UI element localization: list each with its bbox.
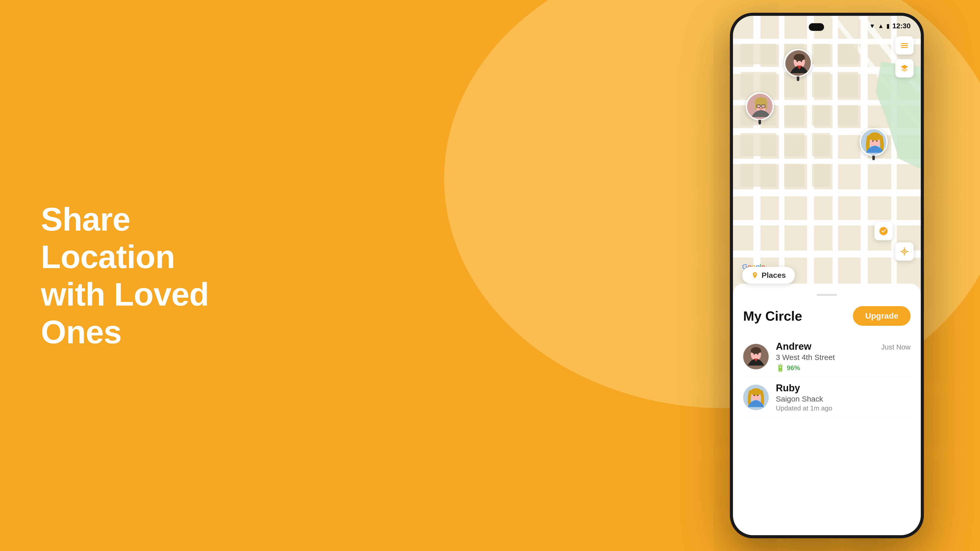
- layers-icon: [900, 64, 909, 73]
- svg-rect-31: [812, 133, 830, 156]
- andrew-location: 3 West 4th Street: [776, 353, 874, 362]
- places-button[interactable]: Places: [742, 267, 795, 284]
- member-row-ruby[interactable]: Ruby Saigon Shack Updated at 1m ago: [743, 378, 911, 418]
- avatar-pin-ruby[interactable]: [859, 128, 888, 160]
- upgrade-button[interactable]: Upgrade: [853, 306, 911, 326]
- avatar-pin-woman1[interactable]: [746, 92, 774, 124]
- svg-rect-13: [733, 220, 921, 225]
- svg-rect-36: [901, 43, 908, 44]
- ruby-location: Saigon Shack: [776, 395, 911, 403]
- svg-rect-35: [812, 164, 830, 187]
- svg-rect-32: [838, 105, 858, 125]
- svg-rect-38: [901, 47, 908, 48]
- svg-rect-29: [784, 133, 804, 156]
- clock: 12:30: [892, 22, 911, 30]
- andrew-name: Andrew: [776, 341, 874, 352]
- phone-frame: ▼ ▲ ▮ 12:30: [730, 13, 924, 538]
- checkmark-icon: [879, 227, 888, 236]
- map-controls: [895, 36, 914, 78]
- svg-point-73: [757, 354, 759, 355]
- hamburger-menu-button[interactable]: [895, 36, 914, 55]
- drag-handle[interactable]: [817, 294, 837, 296]
- svg-rect-27: [741, 133, 776, 156]
- svg-rect-33: [741, 164, 776, 187]
- member-row-andrew[interactable]: Andrew 3 West 4th Street 🔋 96% Just Now: [743, 336, 911, 378]
- circle-title: My Circle: [743, 308, 802, 324]
- hero-section: Share Location with Loved Ones: [41, 200, 270, 351]
- svg-rect-14: [733, 251, 921, 258]
- places-label: Places: [762, 271, 786, 279]
- andrew-list-avatar: [743, 344, 769, 369]
- verify-button[interactable]: [874, 222, 893, 240]
- svg-rect-28: [784, 105, 804, 125]
- andrew-battery: 🔋 96%: [776, 364, 874, 372]
- svg-point-61: [877, 141, 878, 142]
- andrew-time: Just Now: [881, 341, 911, 351]
- svg-rect-24: [812, 72, 830, 97]
- menu-icon: [900, 41, 909, 50]
- bottom-panel: My Circle Upgrade: [733, 284, 921, 535]
- svg-point-72: [754, 354, 755, 355]
- avatar-pin-andrew[interactable]: [784, 49, 812, 81]
- svg-point-79: [757, 395, 759, 396]
- hero-title: Share Location with Loved Ones: [41, 200, 270, 351]
- svg-rect-11: [733, 159, 921, 164]
- pin-tail-ruby: [872, 156, 875, 160]
- svg-point-45: [797, 60, 798, 62]
- camera-notch: [809, 23, 824, 31]
- battery-icon: ▮: [886, 22, 890, 30]
- svg-rect-77: [750, 391, 762, 394]
- places-pin-icon: [751, 272, 759, 279]
- signal-icon: ▲: [878, 22, 884, 30]
- locate-button[interactable]: [895, 242, 914, 261]
- ruby-list-avatar: [743, 385, 769, 410]
- svg-rect-7: [733, 39, 921, 44]
- svg-rect-59: [869, 137, 881, 140]
- map-area: ▼ ▲ ▮ 12:30: [733, 16, 921, 297]
- svg-point-46: [800, 60, 802, 62]
- pin-tail-woman1: [759, 120, 761, 124]
- ruby-info: Ruby Saigon Shack Updated at 1m ago: [776, 383, 911, 412]
- svg-rect-30: [812, 105, 830, 125]
- svg-rect-37: [901, 45, 908, 46]
- woman1-avatar: [746, 92, 774, 121]
- status-bar-right: ▼ ▲ ▮ 12:30: [869, 22, 911, 30]
- svg-rect-71: [751, 351, 761, 353]
- svg-point-78: [754, 395, 755, 396]
- svg-rect-25: [838, 44, 858, 64]
- svg-rect-18: [741, 44, 776, 64]
- svg-marker-40: [901, 68, 908, 72]
- wifi-icon: ▼: [869, 22, 875, 30]
- ruby-name: Ruby: [776, 383, 911, 394]
- map-roads: [733, 16, 921, 297]
- andrew-avatar: [784, 49, 812, 77]
- svg-rect-26: [838, 72, 858, 97]
- layers-button[interactable]: [895, 59, 914, 78]
- battery-full-icon: 🔋: [776, 364, 785, 372]
- andrew-info: Andrew 3 West 4th Street 🔋 96%: [776, 341, 874, 372]
- status-bar: ▼ ▲ ▮ 12:30: [733, 16, 921, 34]
- svg-rect-44: [794, 57, 805, 59]
- phone-mockup: ▼ ▲ ▮ 12:30: [730, 13, 924, 538]
- pin-tail-andrew: [797, 76, 799, 81]
- ruby-time: Updated at 1m ago: [776, 404, 911, 412]
- svg-rect-12: [733, 189, 921, 197]
- svg-point-63: [904, 251, 905, 252]
- svg-rect-23: [812, 44, 830, 64]
- circle-header: My Circle Upgrade: [743, 306, 911, 326]
- svg-rect-34: [784, 164, 804, 187]
- andrew-battery-pct: 96%: [787, 364, 800, 372]
- svg-point-60: [872, 141, 873, 142]
- locate-icon: [900, 247, 909, 256]
- ruby-avatar: [859, 128, 888, 156]
